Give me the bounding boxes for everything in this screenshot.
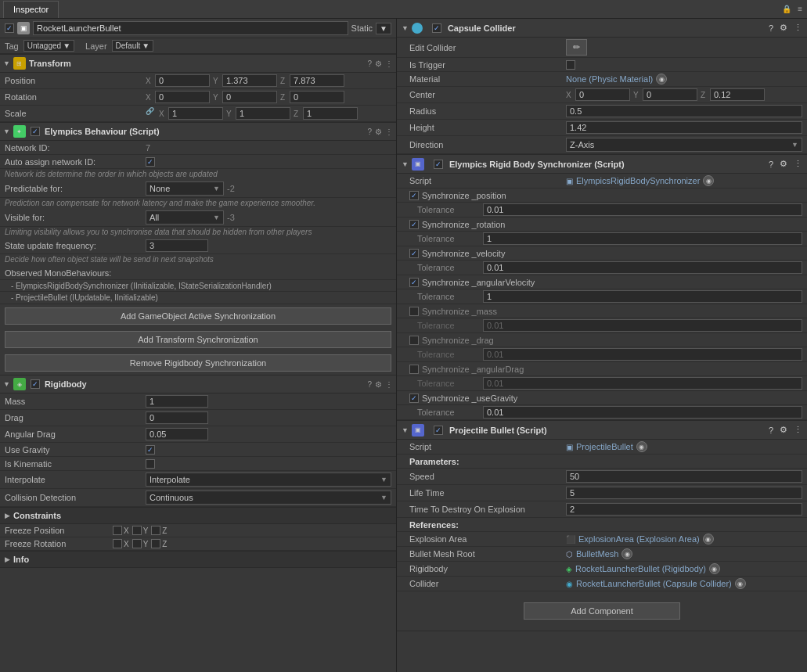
capsule-collapse[interactable]: ▼ [402,24,409,32]
elympics-active-checkbox[interactable] [31,127,40,136]
capsule-help-icon[interactable]: ? [769,23,773,33]
add-component-btn[interactable]: Add Component [524,602,680,620]
position-x[interactable] [155,74,210,87]
rotation-x[interactable] [155,91,210,103]
ttd-input[interactable] [566,503,802,516]
projectile-help-icon[interactable]: ? [769,426,773,435]
is-kinematic-checkbox[interactable] [146,459,155,469]
rotation-z[interactable] [290,91,344,103]
rb-sync-script-btn[interactable]: ◉ [703,175,714,186]
elympics-settings-icon[interactable]: ⚙ [375,128,382,136]
direction-dropdown[interactable]: Z-Axis ▼ [566,138,802,152]
rigidbody-collapse[interactable]: ▼ [3,380,10,388]
rot-tolerance-input[interactable] [483,232,802,245]
is-trigger-checkbox[interactable] [566,60,575,70]
rigidbody-active-checkbox[interactable] [31,379,40,389]
rb-sync-collapse[interactable]: ▼ [402,160,409,168]
sync-gravity-checkbox[interactable] [409,393,419,403]
explosion-area-btn[interactable]: ◉ [703,534,714,544]
projectile-settings-icon[interactable]: ⚙ [780,425,787,435]
transform-help-icon[interactable]: ? [367,59,372,68]
sync-mass-checkbox[interactable] [409,307,419,316]
scale-x[interactable] [168,107,223,120]
speed-input[interactable] [566,470,802,483]
capsule-more-icon[interactable]: ⋮ [794,23,802,33]
object-name-input[interactable] [33,21,348,35]
use-gravity-checkbox[interactable] [146,445,155,455]
position-y[interactable] [222,74,277,87]
rb-sync-help-icon[interactable]: ? [769,160,773,169]
scale-y[interactable] [236,107,290,120]
transform-collapse[interactable]: ▼ [3,59,10,67]
mass-tolerance-input[interactable] [483,319,802,332]
ang-vel-tolerance-input[interactable] [483,290,802,303]
transform-more-icon[interactable]: ⋮ [385,59,393,68]
center-x[interactable] [575,88,630,101]
visible-dropdown[interactable]: All ▼ [146,210,224,225]
interpolate-dropdown[interactable]: Interpolate ▼ [146,473,391,487]
capsule-settings-icon[interactable]: ⚙ [780,23,787,33]
rotation-y[interactable] [222,91,277,103]
capsule-active-checkbox[interactable] [432,23,441,33]
rigidbody-more-icon[interactable]: ⋮ [385,380,393,389]
constraints-collapse[interactable]: ▶ [5,512,10,519]
sync-ang-velocity-checkbox[interactable] [409,278,419,287]
mass-input[interactable] [146,395,208,408]
rb-sync-more-icon[interactable]: ⋮ [794,159,802,169]
drag-tolerance-input[interactable] [483,348,802,361]
auto-assign-checkbox[interactable] [146,157,155,167]
sync-drag-checkbox[interactable] [409,336,419,345]
pos-tolerance-input[interactable] [483,203,802,216]
rb-ref-btn[interactable]: ◉ [709,563,720,574]
center-y[interactable] [643,88,697,101]
position-z[interactable] [290,74,344,87]
remove-rb-btn[interactable]: Remove Rigidbody Synchronization [5,354,391,372]
height-input[interactable] [566,121,802,134]
layer-dropdown[interactable]: Default ▼ [112,40,154,52]
edit-collider-btn[interactable]: ✏ [566,39,587,56]
collision-dropdown[interactable]: Continuous ▼ [146,491,391,505]
tag-dropdown[interactable]: Untagged ▼ [23,40,74,52]
sync-velocity-checkbox[interactable] [409,249,419,258]
rb-sync-settings-icon[interactable]: ⚙ [780,159,787,169]
bullet-mesh-btn[interactable]: ◉ [621,548,632,559]
elympics-more-icon[interactable]: ⋮ [385,128,393,136]
ang-drag-tolerance-input[interactable] [483,377,802,390]
freeze-rot-x[interactable] [113,539,122,548]
angular-drag-input[interactable] [146,428,208,440]
freeze-pos-x[interactable] [113,526,122,535]
projectile-more-icon[interactable]: ⋮ [794,425,802,435]
sync-rotation-checkbox[interactable] [409,220,419,229]
lifetime-input[interactable] [566,487,802,499]
scale-z[interactable] [303,107,358,120]
projectile-collapse[interactable]: ▼ [402,426,409,434]
add-gameobject-btn[interactable]: Add GameObject Active Synchronization [5,307,391,325]
predictable-dropdown[interactable]: None ▼ [146,181,224,196]
elympics-help-icon[interactable]: ? [367,128,372,136]
freeze-rot-y[interactable] [132,539,142,548]
menu-icon[interactable]: ≡ [796,3,804,15]
radius-input[interactable] [566,105,802,117]
add-transform-btn[interactable]: Add Transform Synchronization [5,331,391,348]
lock-icon[interactable]: 🔒 [780,3,793,15]
rb-sync-active-checkbox[interactable] [434,160,443,169]
freeze-pos-z[interactable] [151,526,160,535]
projectile-script-btn[interactable]: ◉ [636,441,647,452]
center-z[interactable] [710,88,765,101]
state-freq-input[interactable] [146,239,208,252]
freeze-rot-z[interactable] [151,539,160,548]
vel-tolerance-input[interactable] [483,261,802,274]
object-active-checkbox[interactable] [5,23,14,33]
elympics-collapse[interactable]: ▼ [3,128,10,135]
transform-settings-icon[interactable]: ⚙ [375,59,382,68]
drag-input[interactable] [146,411,208,424]
freeze-pos-y[interactable] [132,526,142,535]
rigidbody-help-icon[interactable]: ? [367,380,372,389]
collider-ref-btn[interactable]: ◉ [735,578,746,589]
sync-position-checkbox[interactable] [409,191,419,200]
info-collapse[interactable]: ▶ [5,555,10,563]
projectile-active-checkbox[interactable] [434,426,443,435]
gravity-tolerance-input[interactable] [483,406,802,419]
inspector-tab[interactable]: Inspector [3,1,59,18]
static-dropdown[interactable]: ▼ [376,23,391,34]
